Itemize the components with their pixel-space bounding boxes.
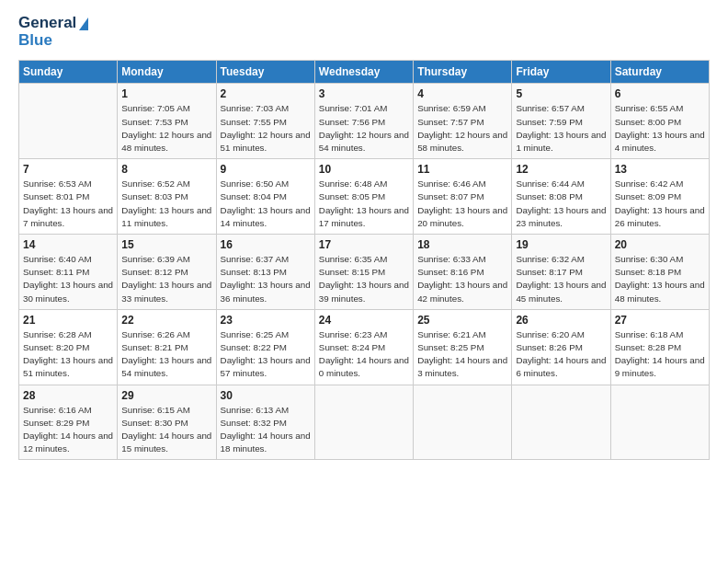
- day-info: Sunrise: 6:53 AMSunset: 8:01 PMDaylight:…: [23, 178, 113, 230]
- calendar-cell: 1Sunrise: 7:05 AMSunset: 7:53 PMDaylight…: [118, 84, 216, 159]
- calendar-cell: [512, 385, 610, 460]
- calendar-cell: [414, 385, 512, 460]
- day-number: 19: [516, 238, 606, 251]
- weekday-header-tuesday: Tuesday: [216, 61, 314, 84]
- day-info: Sunrise: 7:01 AMSunset: 7:56 PMDaylight:…: [319, 102, 409, 155]
- week-row-5: 28Sunrise: 6:16 AMSunset: 8:29 PMDayligh…: [19, 385, 710, 460]
- calendar-cell: 7Sunrise: 6:53 AMSunset: 8:01 PMDaylight…: [19, 159, 118, 235]
- day-info: Sunrise: 6:28 AMSunset: 8:20 PMDaylight:…: [23, 328, 113, 381]
- day-number: 9: [221, 163, 311, 176]
- calendar-cell: 14Sunrise: 6:40 AMSunset: 8:11 PMDayligh…: [19, 235, 118, 310]
- weekday-header-row: SundayMondayTuesdayWednesdayThursdayFrid…: [19, 61, 710, 84]
- day-info: Sunrise: 6:40 AMSunset: 8:11 PMDaylight:…: [23, 253, 113, 305]
- calendar-cell: 18Sunrise: 6:33 AMSunset: 8:16 PMDayligh…: [414, 235, 512, 310]
- day-number: 15: [121, 238, 211, 251]
- day-number: 3: [319, 87, 409, 100]
- weekday-header-wednesday: Wednesday: [314, 61, 413, 84]
- day-number: 28: [23, 389, 113, 402]
- day-info: Sunrise: 6:18 AMSunset: 8:28 PMDaylight:…: [615, 328, 705, 381]
- day-info: Sunrise: 6:37 AMSunset: 8:13 PMDaylight:…: [221, 253, 311, 305]
- day-info: Sunrise: 6:26 AMSunset: 8:21 PMDaylight:…: [121, 328, 211, 381]
- day-info: Sunrise: 6:23 AMSunset: 8:24 PMDaylight:…: [319, 328, 409, 381]
- weekday-header-thursday: Thursday: [414, 61, 512, 84]
- day-number: 30: [221, 389, 311, 402]
- day-number: 16: [221, 238, 311, 251]
- day-info: Sunrise: 6:16 AMSunset: 8:29 PMDaylight:…: [23, 404, 113, 456]
- calendar-cell: 10Sunrise: 6:48 AMSunset: 8:05 PMDayligh…: [314, 159, 413, 235]
- day-number: 1: [121, 87, 211, 100]
- weekday-header-friday: Friday: [512, 61, 610, 84]
- day-number: 25: [417, 314, 507, 327]
- day-number: 11: [417, 163, 507, 176]
- day-number: 6: [615, 87, 705, 100]
- calendar-cell: 26Sunrise: 6:20 AMSunset: 8:26 PMDayligh…: [512, 309, 610, 385]
- day-info: Sunrise: 6:46 AMSunset: 8:07 PMDaylight:…: [417, 178, 507, 230]
- day-number: 21: [23, 314, 113, 327]
- day-number: 29: [121, 389, 211, 402]
- day-info: Sunrise: 6:33 AMSunset: 8:16 PMDaylight:…: [417, 253, 507, 305]
- day-number: 18: [417, 238, 507, 251]
- day-info: Sunrise: 6:25 AMSunset: 8:22 PMDaylight:…: [221, 328, 311, 381]
- day-info: Sunrise: 6:20 AMSunset: 8:26 PMDaylight:…: [516, 328, 606, 381]
- day-number: 22: [121, 314, 211, 327]
- day-number: 4: [417, 87, 507, 100]
- calendar-table: SundayMondayTuesdayWednesdayThursdayFrid…: [18, 60, 710, 460]
- calendar-cell: 4Sunrise: 6:59 AMSunset: 7:57 PMDaylight…: [414, 84, 512, 159]
- day-info: Sunrise: 7:05 AMSunset: 7:53 PMDaylight:…: [121, 102, 211, 155]
- day-info: Sunrise: 6:52 AMSunset: 8:03 PMDaylight:…: [121, 178, 211, 230]
- day-info: Sunrise: 6:30 AMSunset: 8:18 PMDaylight:…: [615, 253, 705, 305]
- day-number: 7: [23, 163, 113, 176]
- day-number: 14: [23, 238, 113, 251]
- day-info: Sunrise: 6:50 AMSunset: 8:04 PMDaylight:…: [221, 178, 311, 230]
- day-number: 23: [221, 314, 311, 327]
- day-info: Sunrise: 6:55 AMSunset: 8:00 PMDaylight:…: [615, 102, 705, 155]
- calendar-cell: 9Sunrise: 6:50 AMSunset: 8:04 PMDaylight…: [216, 159, 314, 235]
- calendar-cell: 2Sunrise: 7:03 AMSunset: 7:55 PMDaylight…: [216, 84, 314, 159]
- calendar-cell: 21Sunrise: 6:28 AMSunset: 8:20 PMDayligh…: [19, 309, 118, 385]
- day-number: 5: [516, 87, 606, 100]
- page-container: General Blue SundayMondayTuesdayWednesda…: [0, 0, 728, 469]
- day-info: Sunrise: 7:03 AMSunset: 7:55 PMDaylight:…: [221, 102, 311, 155]
- weekday-header-monday: Monday: [118, 61, 216, 84]
- calendar-cell: 28Sunrise: 6:16 AMSunset: 8:29 PMDayligh…: [19, 385, 118, 460]
- header: General Blue: [18, 15, 710, 49]
- day-number: 27: [615, 314, 705, 327]
- logo-text-blue: Blue: [18, 32, 52, 50]
- day-number: 24: [319, 314, 409, 327]
- day-info: Sunrise: 6:57 AMSunset: 7:59 PMDaylight:…: [516, 102, 606, 155]
- day-number: 12: [516, 163, 606, 176]
- calendar-cell: 30Sunrise: 6:13 AMSunset: 8:32 PMDayligh…: [216, 385, 314, 460]
- day-info: Sunrise: 6:35 AMSunset: 8:15 PMDaylight:…: [319, 253, 409, 305]
- calendar-cell: 11Sunrise: 6:46 AMSunset: 8:07 PMDayligh…: [414, 159, 512, 235]
- calendar-cell: [610, 385, 709, 460]
- day-info: Sunrise: 6:42 AMSunset: 8:09 PMDaylight:…: [615, 178, 705, 230]
- weekday-header-saturday: Saturday: [610, 61, 709, 84]
- calendar-cell: [314, 385, 413, 460]
- day-info: Sunrise: 6:44 AMSunset: 8:08 PMDaylight:…: [516, 178, 606, 230]
- calendar-cell: 17Sunrise: 6:35 AMSunset: 8:15 PMDayligh…: [314, 235, 413, 310]
- week-row-3: 14Sunrise: 6:40 AMSunset: 8:11 PMDayligh…: [19, 235, 710, 310]
- calendar-cell: 25Sunrise: 6:21 AMSunset: 8:25 PMDayligh…: [414, 309, 512, 385]
- calendar-cell: 20Sunrise: 6:30 AMSunset: 8:18 PMDayligh…: [610, 235, 709, 310]
- calendar-cell: 24Sunrise: 6:23 AMSunset: 8:24 PMDayligh…: [314, 309, 413, 385]
- day-info: Sunrise: 6:39 AMSunset: 8:12 PMDaylight:…: [121, 253, 211, 305]
- calendar-cell: [19, 84, 118, 159]
- calendar-cell: 29Sunrise: 6:15 AMSunset: 8:30 PMDayligh…: [118, 385, 216, 460]
- day-number: 17: [319, 238, 409, 251]
- day-number: 26: [516, 314, 606, 327]
- day-number: 13: [615, 163, 705, 176]
- calendar-cell: 12Sunrise: 6:44 AMSunset: 8:08 PMDayligh…: [512, 159, 610, 235]
- calendar-cell: 16Sunrise: 6:37 AMSunset: 8:13 PMDayligh…: [216, 235, 314, 310]
- day-info: Sunrise: 6:15 AMSunset: 8:30 PMDaylight:…: [121, 404, 211, 456]
- logo-text-general: General: [18, 15, 88, 32]
- day-number: 2: [221, 87, 311, 100]
- day-info: Sunrise: 6:13 AMSunset: 8:32 PMDaylight:…: [221, 404, 311, 456]
- calendar-cell: 23Sunrise: 6:25 AMSunset: 8:22 PMDayligh…: [216, 309, 314, 385]
- day-info: Sunrise: 6:59 AMSunset: 7:57 PMDaylight:…: [417, 102, 507, 155]
- logo: General Blue: [18, 15, 88, 49]
- calendar-cell: 8Sunrise: 6:52 AMSunset: 8:03 PMDaylight…: [118, 159, 216, 235]
- calendar-cell: 6Sunrise: 6:55 AMSunset: 8:00 PMDaylight…: [610, 84, 709, 159]
- day-info: Sunrise: 6:32 AMSunset: 8:17 PMDaylight:…: [516, 253, 606, 305]
- week-row-4: 21Sunrise: 6:28 AMSunset: 8:20 PMDayligh…: [19, 309, 710, 385]
- day-number: 10: [319, 163, 409, 176]
